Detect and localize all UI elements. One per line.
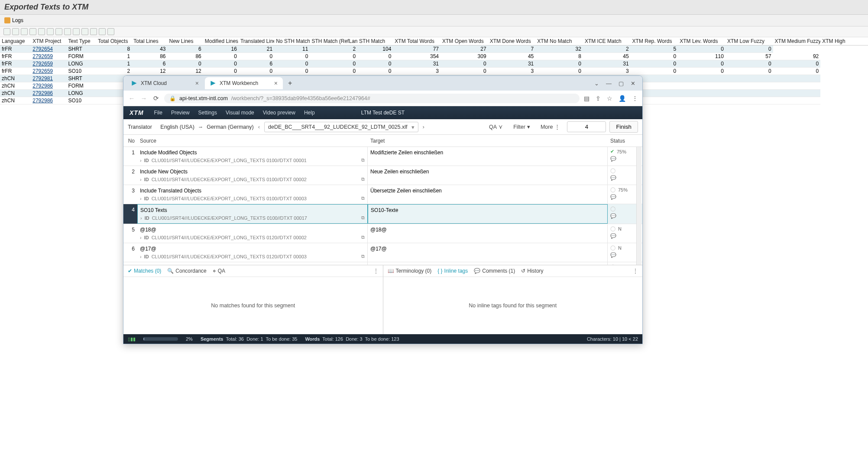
- cell: zhCN: [0, 90, 31, 97]
- window-controls: ⌄ — ▢ ✕: [594, 80, 640, 87]
- xtm-project-link[interactable]: 2792986: [32, 90, 53, 96]
- xtm-project-link[interactable]: 2792986: [32, 83, 53, 89]
- browser-tab-xtm-workbench[interactable]: XTM Workbench ×: [205, 77, 283, 89]
- browser-address-bar: ← → ⟳ 🔒 api-test.xtm-intl.com/workbench/…: [123, 91, 642, 104]
- report-col[interactable]: Total Lines: [132, 37, 167, 46]
- report-col[interactable]: XTM No Match: [535, 37, 583, 46]
- tool-sum-icon[interactable]: [47, 28, 54, 35]
- report-col[interactable]: Text Type: [67, 37, 97, 46]
- url-field[interactable]: 🔒 api-test.xtm-intl.com/workbench/?_s=38…: [164, 94, 580, 103]
- tool-print-icon[interactable]: [64, 28, 71, 35]
- xtm-project-link[interactable]: 2792981: [32, 75, 53, 81]
- report-col[interactable]: Translated Lines: [239, 37, 274, 46]
- translate-icon[interactable]: ▤: [584, 95, 589, 102]
- cell: 0: [274, 68, 310, 75]
- tool-layout-icon[interactable]: [90, 28, 97, 35]
- tool-excel-icon[interactable]: [81, 28, 88, 35]
- cell: SHRT: [67, 46, 97, 53]
- share-icon[interactable]: ⇪: [596, 95, 601, 102]
- report-col[interactable]: XTM High: [820, 37, 868, 46]
- xtm-project-link[interactable]: 2792654: [32, 46, 53, 52]
- cell: SO10: [67, 97, 97, 104]
- cell: 3: [488, 68, 536, 75]
- cell: [678, 75, 725, 82]
- report-col[interactable]: XTM Total Words: [393, 37, 440, 46]
- profile-icon[interactable]: 👤: [619, 95, 626, 102]
- bookmark-icon[interactable]: ☆: [607, 95, 612, 102]
- kebab-menu-icon[interactable]: ⋮: [632, 95, 638, 102]
- cell: frFR: [0, 46, 31, 53]
- logs-row[interactable]: Logs: [0, 15, 868, 26]
- cell: 32: [535, 46, 583, 53]
- xtm-project-link[interactable]: 2792986: [32, 98, 53, 104]
- cell: 7: [488, 46, 536, 53]
- report-col[interactable]: XTM Project: [31, 37, 66, 46]
- report-col[interactable]: STH Match: [357, 37, 393, 46]
- tool-zoom-icon[interactable]: [3, 28, 10, 35]
- report-col[interactable]: Modified Lines: [203, 37, 239, 46]
- report-col[interactable]: XTM Low Fuzzy: [725, 37, 773, 46]
- report-col[interactable]: New Lines: [168, 37, 203, 46]
- browser-tab-xtm-cloud[interactable]: XTM Cloud ×: [126, 77, 204, 89]
- report-col[interactable]: XTM ICE Match: [583, 37, 631, 46]
- table-row: frFR2792654SHRT8436162111210477277322500: [0, 46, 868, 53]
- nav-back-icon[interactable]: ←: [128, 94, 136, 102]
- cell: 0: [440, 68, 488, 75]
- cell: 11: [274, 46, 310, 53]
- close-tab-icon[interactable]: ×: [274, 80, 278, 87]
- cell: 31: [393, 60, 440, 68]
- xtm-project-link[interactable]: 2792659: [32, 53, 53, 59]
- cell: 6: [239, 60, 274, 68]
- tool-chart-icon[interactable]: [99, 28, 106, 35]
- cell: FORM: [67, 53, 97, 60]
- report-col[interactable]: XTM Rep. Words: [631, 37, 678, 46]
- tool-export-icon[interactable]: [73, 28, 80, 35]
- report-col[interactable]: STH Match (RefLang): [310, 37, 357, 46]
- report-col[interactable]: No STH Match: [274, 37, 310, 46]
- cell: 309: [440, 53, 488, 60]
- minimize-icon[interactable]: —: [606, 80, 612, 87]
- cell: 2792654: [31, 46, 66, 53]
- xtm-favicon-icon: [210, 80, 216, 86]
- cell: 0: [168, 60, 203, 68]
- new-tab-button[interactable]: +: [284, 79, 296, 87]
- nav-forward-icon[interactable]: →: [140, 94, 148, 102]
- cell: LONG: [67, 60, 97, 68]
- cell: 0: [310, 53, 357, 60]
- xtm-favicon-icon: [131, 80, 137, 86]
- maximize-icon[interactable]: ▢: [619, 80, 624, 87]
- cell: 2: [310, 46, 357, 53]
- cell: 31: [488, 60, 536, 68]
- cell: SO10: [67, 68, 97, 75]
- tool-sort-asc-icon[interactable]: [12, 28, 19, 35]
- cell: 2792659: [31, 68, 66, 75]
- close-window-icon[interactable]: ✕: [631, 80, 635, 87]
- tool-info-icon[interactable]: [107, 28, 114, 35]
- cell: 0: [773, 68, 821, 75]
- cell: [725, 90, 773, 97]
- cell: [678, 90, 725, 97]
- cell: 0: [678, 60, 725, 68]
- tool-mail-icon[interactable]: [55, 28, 62, 35]
- cell: 0: [239, 53, 274, 60]
- tabs-dropdown-icon[interactable]: ⌄: [594, 80, 599, 87]
- cell: [725, 97, 773, 104]
- report-col[interactable]: XTM Medium Fuzzy: [773, 37, 821, 46]
- report-col[interactable]: XTM Done Words: [488, 37, 536, 46]
- close-tab-icon[interactable]: ×: [195, 80, 199, 87]
- cell: 45: [488, 53, 536, 60]
- nav-reload-icon[interactable]: ⟳: [152, 94, 160, 102]
- report-col[interactable]: Language: [0, 37, 31, 46]
- tool-sort-desc-icon[interactable]: [21, 28, 28, 35]
- report-col[interactable]: XTM Lev. Words: [678, 37, 725, 46]
- cell: 0: [274, 53, 310, 60]
- xtm-project-link[interactable]: 2792659: [32, 61, 53, 67]
- cell: zhCN: [0, 75, 31, 82]
- report-col[interactable]: XTM Open Words: [440, 37, 488, 46]
- cell: 104: [357, 46, 393, 53]
- tool-funnel-icon[interactable]: [38, 28, 45, 35]
- report-col[interactable]: Total Objects: [96, 37, 132, 46]
- tool-filter-icon[interactable]: [29, 28, 36, 35]
- cell: [773, 82, 821, 90]
- xtm-project-link[interactable]: 2792659: [32, 68, 53, 74]
